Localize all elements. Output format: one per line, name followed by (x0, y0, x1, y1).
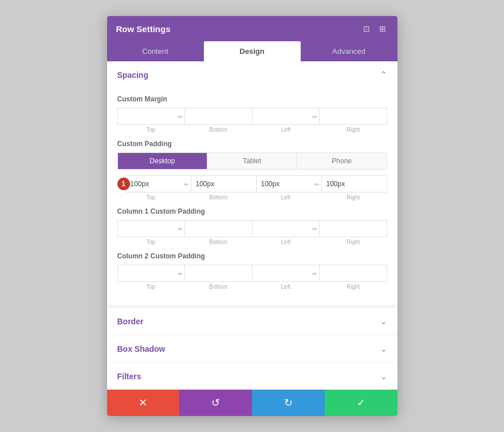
col1-link-icon-2[interactable]: ⇔ (310, 226, 319, 232)
margin-left-input-pair: ⇔ (253, 108, 320, 125)
panel-header: Row Settings ⊡ ⊞ (107, 16, 397, 41)
padding-top-input-pair: ⇔ (125, 175, 191, 193)
cancel-button[interactable]: ✕ (107, 390, 180, 416)
col2-bottom-input-pair (185, 265, 253, 282)
margin-left-input[interactable] (253, 108, 310, 124)
padding-right-input-pair (322, 175, 387, 193)
spacing-section: Spacing ⌃ Custom Margin ⇔ (107, 61, 397, 305)
border-section: Border ⌄ (107, 307, 397, 335)
col2-padding-labels: Top Bottom Left Right (117, 284, 387, 290)
col2-top-input-pair: ⇔ (117, 265, 186, 282)
col1-bottom-input[interactable] (185, 221, 252, 237)
custom-padding-label: Custom Padding (117, 140, 387, 148)
col2-padding-row: ⇔ ⇔ (117, 265, 387, 282)
col1-right-input[interactable] (320, 221, 387, 237)
col2-left-input[interactable] (253, 265, 310, 281)
responsive-icon[interactable]: ⊡ (361, 23, 372, 34)
col1-padding-label: Column 1 Custom Padding (117, 207, 387, 215)
col2-link-icon-2[interactable]: ⇔ (310, 270, 319, 277)
custom-padding-inputs-wrapper: 1 ⇔ ⇔ (125, 175, 387, 193)
spacing-section-content: Custom Margin ⇔ ⇔ (107, 95, 397, 305)
padding-bottom-input[interactable] (191, 176, 256, 192)
filters-chevron-icon: ⌄ (380, 371, 387, 382)
reset-button[interactable]: ↺ (179, 390, 252, 416)
col1-padding-labels: Top Bottom Left Right (117, 239, 387, 245)
tabs-bar: Content Design Advanced (107, 41, 397, 61)
padding-right-input[interactable] (322, 176, 387, 192)
col1-bottom-input-pair (185, 220, 253, 237)
custom-padding-labels: Top Bottom Left Right (117, 194, 387, 201)
col2-bottom-input[interactable] (185, 265, 252, 281)
filters-section-title: Filters (117, 372, 141, 381)
col2-top-input[interactable] (118, 265, 176, 281)
col1-padding-inputs: ⇔ ⇔ Top (117, 220, 387, 245)
box-shadow-section: Box Shadow ⌄ (107, 335, 397, 362)
col2-right-input-pair (320, 265, 387, 282)
col1-bottom-label: Bottom (184, 239, 252, 245)
col2-link-icon-1[interactable]: ⇔ (175, 270, 184, 277)
filters-section-header[interactable]: Filters ⌄ (107, 363, 397, 390)
custom-margin-row: ⇔ ⇔ (117, 108, 387, 125)
border-section-header[interactable]: Border ⌄ (107, 308, 397, 335)
badge-number: 1 (117, 178, 130, 190)
custom-padding-row: ⇔ ⇔ (125, 175, 387, 193)
padding-link-icon-1[interactable]: ⇔ (182, 181, 191, 187)
padding-top-label: Top (117, 194, 185, 201)
col2-top-label: Top (117, 284, 185, 290)
margin-bottom-input[interactable] (185, 108, 252, 124)
margin-right-label: Right (320, 127, 387, 133)
box-shadow-section-title: Box Shadow (117, 344, 166, 354)
sub-tab-desktop[interactable]: Desktop (118, 153, 208, 169)
padding-left-input-pair: ⇔ (257, 175, 322, 193)
margin-top-input[interactable] (118, 108, 176, 124)
custom-margin-label: Custom Margin (117, 95, 387, 103)
padding-bottom-input-pair (191, 175, 257, 193)
sub-tab-tablet[interactable]: Tablet (207, 153, 297, 169)
margin-link-icon-2[interactable]: ⇔ (310, 113, 319, 120)
padding-sub-tabs: Desktop Tablet Phone (117, 152, 387, 170)
sub-tab-phone[interactable]: Phone (297, 153, 387, 169)
tab-content[interactable]: Content (107, 41, 204, 61)
col2-padding-inputs: ⇔ ⇔ Top (117, 265, 387, 290)
save-button[interactable]: ✓ (325, 390, 397, 416)
spacing-chevron-icon: ⌃ (380, 69, 387, 80)
col1-link-icon-1[interactable]: ⇔ (175, 226, 184, 232)
margin-right-input[interactable] (320, 108, 387, 124)
padding-left-input[interactable] (257, 176, 312, 192)
col2-right-input[interactable] (320, 265, 387, 281)
spacing-section-header[interactable]: Spacing ⌃ (107, 61, 397, 88)
col1-right-input-pair (320, 220, 387, 237)
header-icons: ⊡ ⊞ (361, 23, 388, 34)
tab-design[interactable]: Design (204, 41, 301, 61)
spacing-section-title: Spacing (117, 70, 148, 80)
padding-left-label: Left (252, 194, 320, 201)
tab-advanced[interactable]: Advanced (301, 41, 397, 61)
col1-right-label: Right (320, 239, 387, 245)
padding-link-icon-2[interactable]: ⇔ (312, 181, 321, 187)
box-shadow-section-header[interactable]: Box Shadow ⌄ (107, 335, 397, 362)
padding-right-label: Right (320, 194, 387, 201)
col1-top-input[interactable] (118, 221, 176, 237)
margin-bottom-input-pair (185, 108, 253, 125)
redo-button[interactable]: ↻ (252, 390, 325, 416)
margin-left-label: Left (252, 127, 320, 133)
padding-bottom-label: Bottom (184, 194, 252, 201)
custom-margin-inputs: ⇔ ⇔ Top (117, 108, 387, 133)
border-section-title: Border (117, 317, 144, 326)
col1-left-input-pair: ⇔ (253, 220, 320, 237)
col1-top-input-pair: ⇔ (117, 220, 186, 237)
columns-icon[interactable]: ⊞ (377, 23, 388, 34)
margin-link-icon-1[interactable]: ⇔ (175, 113, 184, 120)
custom-margin-labels: Top Bottom Left Right (117, 127, 387, 133)
col2-left-label: Left (252, 284, 320, 290)
padding-top-input[interactable] (126, 176, 182, 192)
col1-left-label: Left (252, 239, 320, 245)
col2-left-input-pair: ⇔ (253, 265, 320, 282)
margin-top-label: Top (117, 127, 185, 133)
filters-section: Filters ⌄ (107, 362, 397, 390)
col2-right-label: Right (320, 284, 387, 290)
footer-buttons: ✕ ↺ ↻ ✓ (107, 390, 397, 416)
box-shadow-chevron-icon: ⌄ (380, 343, 387, 354)
panel-body: Spacing ⌃ Custom Margin ⇔ (107, 61, 397, 390)
col1-left-input[interactable] (253, 221, 310, 237)
